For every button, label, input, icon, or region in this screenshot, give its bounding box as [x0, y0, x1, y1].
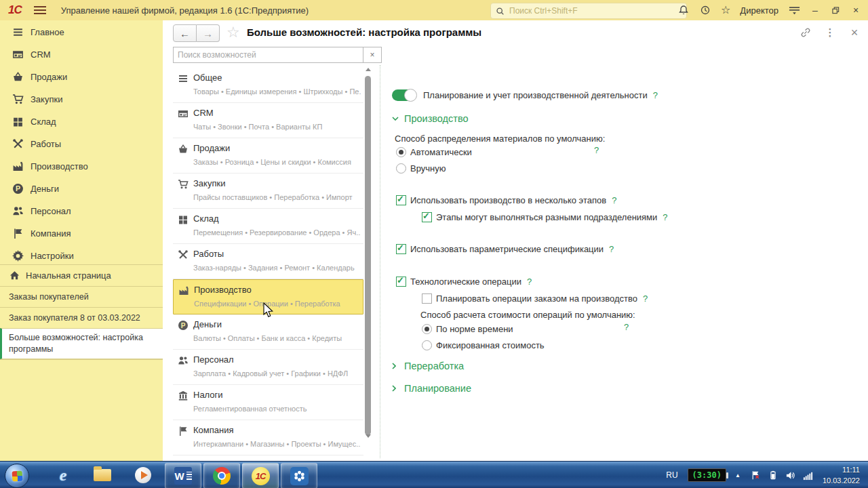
- radio-manual[interactable]: Вручную: [396, 161, 446, 175]
- explorer-icon[interactable]: [91, 464, 114, 486]
- help-icon[interactable]: ?: [643, 293, 648, 304]
- chevron-right-icon: [392, 363, 399, 369]
- radio-icon[interactable]: [422, 324, 432, 334]
- more-icon[interactable]: ⋮: [823, 26, 837, 39]
- sidebar-nav-item[interactable]: Персонал: [0, 200, 163, 222]
- checkbox-stages-departments[interactable]: Этапы могут выполняться разными подразде…: [422, 210, 668, 224]
- notifications-icon[interactable]: [677, 4, 690, 16]
- checkbox-icon[interactable]: [422, 293, 432, 304]
- help-icon[interactable]: ?: [609, 244, 614, 254]
- sales-icon: [12, 71, 24, 83]
- window-item-active[interactable]: Больше возможностей: настройка программы: [0, 328, 163, 359]
- global-search-input[interactable]: [508, 5, 667, 16]
- checkbox-icon[interactable]: [396, 277, 406, 287]
- checkbox-multi-stage[interactable]: Использовать производство в несколько эт…: [396, 193, 616, 207]
- sidebar-nav-item[interactable]: Закупки: [0, 88, 163, 110]
- network-icon[interactable]: [803, 470, 814, 481]
- sidebar-nav-item[interactable]: Работы: [0, 133, 163, 155]
- checkbox-parametric-specs[interactable]: Использовать параметрические спецификаци…: [396, 242, 614, 256]
- word-taskbar-button[interactable]: W: [165, 463, 201, 488]
- get-link-icon[interactable]: [799, 26, 812, 39]
- service-menu-icon[interactable]: [788, 4, 800, 16]
- category-item[interactable]: Р Деньги Валюты • Оплаты • Банк и касса …: [173, 314, 363, 350]
- capability-search-input[interactable]: [174, 47, 363, 62]
- radio-icon[interactable]: [396, 163, 406, 174]
- 1c-taskbar-button[interactable]: 1С: [242, 463, 279, 488]
- radio-automatic[interactable]: Автоматически: [396, 145, 472, 159]
- help-icon[interactable]: ?: [663, 212, 667, 222]
- volume-icon[interactable]: [785, 470, 796, 481]
- action-center-icon[interactable]: [750, 470, 761, 481]
- section-planning[interactable]: Планирование: [392, 382, 471, 395]
- category-item[interactable]: Производство Спецификации • Операции • П…: [173, 279, 363, 314]
- radio-icon[interactable]: [396, 147, 406, 157]
- sidebar-nav-item[interactable]: Главное: [0, 21, 163, 43]
- category-item[interactable]: Персонал Зарплата • Кадровый учет • Граф…: [173, 350, 363, 385]
- main-menu-icon[interactable]: [34, 6, 46, 14]
- sidebar-nav-item[interactable]: Производство: [0, 155, 163, 178]
- restore-icon[interactable]: [830, 5, 841, 16]
- minimize-icon[interactable]: –: [810, 5, 821, 16]
- help-icon[interactable]: ?: [653, 90, 658, 100]
- help-icon[interactable]: ?: [594, 145, 599, 155]
- ie-icon[interactable]: e: [52, 464, 75, 486]
- list-scrollbar[interactable]: [364, 68, 372, 455]
- scroll-down-icon[interactable]: [366, 434, 371, 438]
- favorite-star-icon[interactable]: ☆: [226, 24, 240, 41]
- timer-widget[interactable]: (3:30): [688, 468, 726, 482]
- toggle-switch[interactable]: [392, 89, 416, 101]
- category-item[interactable]: Общее Товары • Единицы измерения • Штрих…: [173, 68, 363, 103]
- teamwork-taskbar-button[interactable]: [281, 463, 317, 488]
- help-icon[interactable]: ?: [612, 195, 616, 205]
- chrome-taskbar-button[interactable]: [203, 463, 240, 488]
- sidebar-nav-item[interactable]: Р Деньги: [0, 178, 163, 200]
- scroll-up-icon[interactable]: [366, 68, 371, 71]
- radio-icon[interactable]: [422, 340, 432, 350]
- open-windows-list: Начальная страница Заказы покупателей За…: [0, 264, 163, 360]
- home-page-item[interactable]: Начальная страница: [0, 264, 163, 286]
- favorites-icon[interactable]: ☆: [721, 5, 730, 16]
- language-indicator[interactable]: RU: [666, 470, 677, 480]
- back-button[interactable]: ←: [173, 24, 197, 42]
- category-item[interactable]: Работы Заказ-наряды • Задания • Ремонт •…: [173, 244, 363, 279]
- category-item[interactable]: Компания Интеркампани • Магазины • Проек…: [173, 420, 363, 455]
- section-processing[interactable]: Переработка: [392, 359, 464, 373]
- scrollbar-thumb[interactable]: [365, 76, 371, 435]
- window-item[interactable]: Заказ покупателя 8 от 03.03.2022: [0, 307, 163, 328]
- checkbox-icon[interactable]: [422, 212, 432, 222]
- battery-icon[interactable]: [768, 470, 778, 481]
- clear-search-icon[interactable]: ×: [363, 47, 381, 62]
- current-user[interactable]: Директор: [740, 5, 778, 16]
- close-panel-icon[interactable]: ×: [848, 26, 861, 39]
- checkbox-plan-operations[interactable]: Планировать операции заказом на производ…: [422, 291, 648, 305]
- hidden-icons-icon[interactable]: ▲: [732, 470, 743, 481]
- sidebar-nav-item[interactable]: Склад: [0, 110, 163, 133]
- sidebar-nav-item[interactable]: Компания: [0, 222, 163, 245]
- checkbox-icon[interactable]: [396, 195, 406, 205]
- radio-fixed-cost[interactable]: Фиксированная стоимость: [422, 338, 545, 352]
- category-item[interactable]: Налоги Регламентированная отчетность: [173, 385, 363, 420]
- start-button[interactable]: [5, 464, 29, 488]
- checkbox-icon[interactable]: [396, 244, 406, 254]
- sidebar-nav-item[interactable]: Продажи: [0, 66, 163, 88]
- warehouse-icon: [178, 214, 189, 225]
- global-search[interactable]: [490, 3, 687, 19]
- capability-search[interactable]: ×: [173, 47, 382, 63]
- sidebar-nav-item[interactable]: CRM: [0, 43, 163, 66]
- checkbox-tech-operations[interactable]: Технологические операции ?: [396, 274, 532, 288]
- clock[interactable]: 11:11 10.03.2022: [823, 464, 860, 487]
- category-item[interactable]: CRM Чаты • Звонки • Почта • Варианты КП: [173, 103, 363, 138]
- section-production[interactable]: Производство: [392, 112, 469, 125]
- category-item[interactable]: Закупки Прайсы поставщиков • Переработка…: [173, 174, 363, 209]
- forward-button[interactable]: →: [197, 24, 220, 42]
- help-icon[interactable]: ?: [624, 322, 629, 332]
- help-icon[interactable]: ?: [527, 277, 532, 287]
- window-item[interactable]: Заказы покупателей: [0, 286, 163, 307]
- category-item[interactable]: Продажи Заказы • Розница • Цены и скидки…: [173, 138, 363, 174]
- radio-time-norm[interactable]: По норме времени: [422, 322, 513, 336]
- category-item[interactable]: Склад Перемещения • Резервирование • Орд…: [173, 209, 363, 244]
- history-icon[interactable]: [699, 4, 711, 16]
- media-player-icon[interactable]: [132, 464, 155, 486]
- works-icon: [12, 138, 24, 150]
- close-icon[interactable]: ×: [850, 5, 861, 16]
